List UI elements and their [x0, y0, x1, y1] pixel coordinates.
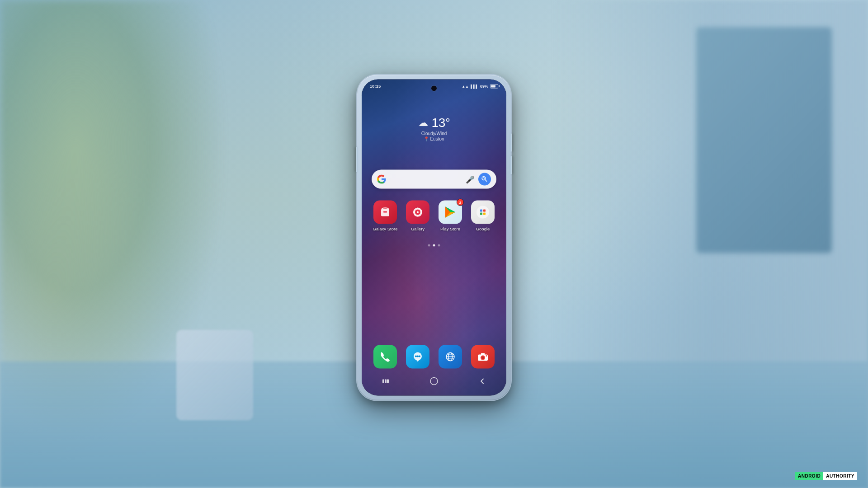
back-icon — [479, 378, 486, 385]
phone-screen-container: 10:25 ▲▲ ▌▌▌ 69% ☁ 13° — [362, 80, 506, 396]
recent-apps-button[interactable] — [377, 373, 394, 389]
page-dot-1[interactable] — [428, 244, 430, 247]
home-button[interactable] — [426, 373, 442, 389]
google-svg — [476, 205, 490, 220]
svg-point-8 — [417, 208, 419, 210]
page-dot-2[interactable] — [433, 244, 435, 247]
voice-search-icon[interactable]: 🎤 — [466, 175, 475, 183]
weather-cloud-icon: ☁ — [418, 117, 428, 129]
svg-point-29 — [481, 357, 484, 359]
wifi-icon: ▲▲ — [462, 84, 469, 88]
svg-line-2 — [485, 180, 487, 182]
browser-svg — [444, 351, 457, 363]
app-item-play-store[interactable]: 2 Play Store — [436, 201, 465, 231]
location-name: Euston — [430, 136, 444, 141]
gallery-svg — [410, 205, 425, 220]
svg-point-12 — [476, 206, 489, 219]
svg-point-11 — [420, 211, 422, 213]
location-pin-icon: 📍 — [424, 136, 429, 141]
phone: 10:25 ▲▲ ▌▌▌ 69% ☁ 13° — [357, 75, 511, 400]
watermark-android: ANDROID — [795, 472, 823, 480]
svg-marker-18 — [416, 360, 420, 362]
svg-rect-33 — [385, 380, 387, 383]
google-label: Google — [476, 226, 490, 231]
camera-icon[interactable] — [471, 345, 495, 369]
svg-point-7 — [417, 211, 419, 213]
svg-point-1 — [483, 178, 485, 179]
app-item-google[interactable]: Google — [468, 201, 497, 231]
back-button[interactable] — [474, 373, 491, 389]
watermark-authority: AUTHORITY — [823, 472, 857, 480]
svg-point-21 — [419, 356, 420, 357]
battery-percent: 69% — [480, 84, 488, 89]
page-dot-3[interactable] — [438, 244, 440, 247]
status-time: 10:25 — [370, 84, 381, 89]
weather-temperature: 13° — [432, 116, 450, 130]
svg-rect-14 — [483, 210, 486, 212]
svg-rect-34 — [387, 380, 389, 383]
svg-point-19 — [415, 356, 417, 357]
weather-icon-area: ☁ 13° — [418, 116, 450, 130]
page-dots[interactable] — [428, 244, 440, 247]
camera-svg — [476, 351, 490, 363]
app-item-galaxy-store[interactable]: Galaxy Store — [371, 201, 400, 231]
screen: 10:25 ▲▲ ▌▌▌ 69% ☁ 13° — [362, 80, 506, 396]
svg-rect-32 — [382, 380, 384, 383]
dock-camera[interactable] — [468, 345, 497, 369]
watermark: ANDROID AUTHORITY — [795, 472, 857, 480]
battery-fill — [491, 85, 495, 87]
svg-rect-15 — [480, 213, 482, 215]
galaxy-store-label: Galaxy Store — [373, 226, 398, 231]
svg-point-35 — [430, 378, 438, 385]
galaxy-store-svg — [378, 206, 392, 219]
app-grid: Galaxy Store — [362, 201, 506, 231]
messages-svg — [411, 351, 424, 363]
status-bar: 10:25 ▲▲ ▌▌▌ 69% — [362, 80, 506, 93]
play-store-icon[interactable]: 2 — [439, 201, 462, 224]
dock-messages[interactable] — [403, 345, 432, 369]
galaxy-store-icon[interactable] — [373, 201, 397, 224]
signal-icon: ▌▌▌ — [471, 84, 478, 88]
google-app-icon[interactable] — [471, 201, 495, 224]
lens-search-button[interactable] — [478, 173, 491, 186]
volume-up-button[interactable] — [510, 134, 512, 152]
dock-phone[interactable] — [371, 345, 400, 369]
play-store-label: Play Store — [440, 226, 460, 231]
nav-bar — [362, 372, 506, 390]
lens-icon — [481, 176, 488, 183]
svg-rect-16 — [483, 213, 486, 215]
phone-body: 10:25 ▲▲ ▌▌▌ 69% ☁ 13° — [357, 75, 511, 400]
phone-call-icon[interactable] — [373, 345, 397, 369]
svg-rect-30 — [481, 353, 485, 355]
play-store-badge: 2 — [457, 199, 464, 206]
play-store-svg — [443, 205, 458, 220]
google-search-bar[interactable]: 🎤 — [372, 170, 496, 189]
svg-rect-4 — [383, 211, 387, 213]
gallery-label: Gallery — [411, 226, 425, 231]
home-icon — [429, 377, 439, 386]
svg-point-9 — [417, 215, 419, 217]
svg-point-10 — [413, 211, 415, 213]
app-item-gallery[interactable]: Gallery — [403, 201, 432, 231]
battery-icon — [490, 84, 498, 88]
google-logo — [377, 175, 386, 184]
volume-down-button[interactable] — [510, 156, 512, 174]
recent-icon — [382, 377, 390, 385]
dock — [362, 345, 506, 369]
weather-description: Cloudy/Wind — [418, 131, 450, 136]
svg-rect-13 — [480, 210, 482, 212]
messages-icon[interactable] — [406, 345, 429, 369]
dock-browser[interactable] — [436, 345, 465, 369]
svg-point-31 — [486, 355, 487, 357]
weather-widget[interactable]: ☁ 13° Cloudy/Wind 📍 Euston — [418, 116, 450, 141]
phone-svg — [379, 351, 392, 363]
gallery-icon[interactable] — [406, 201, 429, 224]
bg-container — [176, 330, 253, 420]
weather-location: 📍 Euston — [418, 136, 450, 141]
power-button[interactable] — [356, 147, 358, 172]
browser-icon[interactable] — [439, 345, 462, 369]
bg-box — [696, 27, 832, 253]
svg-point-20 — [417, 356, 419, 357]
status-icons: ▲▲ ▌▌▌ 69% — [462, 84, 498, 89]
